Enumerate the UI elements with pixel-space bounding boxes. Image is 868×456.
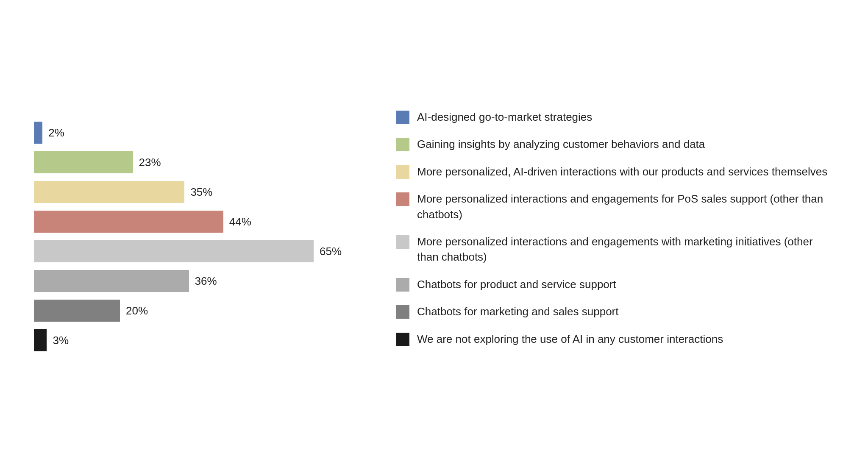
legend-item-ai-go-to-market: AI-designed go-to-market strategies (396, 109, 834, 125)
bar-label-personalized-pos: 44% (229, 215, 255, 228)
bar-label-personalized-marketing: 65% (320, 245, 345, 258)
legend-text-ai-go-to-market: AI-designed go-to-market strategies (417, 109, 592, 125)
bar-label-chatbots-product: 36% (195, 275, 220, 288)
legend-swatch-gaining-insights (396, 138, 409, 151)
bar-row-personalized-pos: 44% (34, 211, 345, 233)
bar-personalized-marketing (34, 240, 314, 262)
legend-swatch-not-exploring (396, 333, 409, 346)
bar-row-personalized-products: 35% (34, 181, 345, 203)
bar-label-chatbots-marketing: 20% (126, 304, 151, 317)
legend-text-gaining-insights: Gaining insights by analyzing customer b… (417, 136, 705, 152)
legend-text-not-exploring: We are not exploring the use of AI in an… (417, 331, 723, 347)
bar-label-not-exploring: 3% (53, 334, 78, 347)
legend-text-chatbots-product: Chatbots for product and service support (417, 277, 616, 292)
legend-swatch-chatbots-marketing (396, 305, 409, 319)
bar-gaining-insights (34, 151, 133, 173)
legend-text-chatbots-marketing: Chatbots for marketing and sales support (417, 304, 618, 319)
bar-label-ai-go-to-market: 2% (48, 126, 74, 139)
bar-chatbots-marketing (34, 300, 120, 322)
legend-swatch-personalized-marketing (396, 235, 409, 249)
legend-item-chatbots-marketing: Chatbots for marketing and sales support (396, 304, 834, 319)
bar-row-not-exploring: 3% (34, 329, 345, 351)
legend-swatch-personalized-pos (396, 192, 409, 206)
legend-section: AI-designed go-to-market strategiesGaini… (379, 109, 834, 347)
bar-row-gaining-insights: 23% (34, 151, 345, 173)
chart-container: 2%23%35%44%65%36%20%3% AI-designed go-to… (0, 0, 868, 456)
legend-text-personalized-products: More personalized, AI-driven interaction… (417, 164, 827, 179)
legend-text-personalized-marketing: More personalized interactions and engag… (417, 234, 834, 265)
legend-item-gaining-insights: Gaining insights by analyzing customer b… (396, 136, 834, 152)
bar-row-chatbots-marketing: 20% (34, 300, 345, 322)
legend-item-personalized-products: More personalized, AI-driven interaction… (396, 164, 834, 179)
bars-section: 2%23%35%44%65%36%20%3% (34, 105, 345, 351)
legend-item-chatbots-product: Chatbots for product and service support (396, 277, 834, 292)
bar-personalized-products (34, 181, 184, 203)
legend-swatch-chatbots-product (396, 278, 409, 292)
legend-swatch-personalized-products (396, 165, 409, 179)
legend-item-not-exploring: We are not exploring the use of AI in an… (396, 331, 834, 347)
bar-not-exploring (34, 329, 47, 351)
legend-swatch-ai-go-to-market (396, 111, 409, 124)
legend-text-personalized-pos: More personalized interactions and engag… (417, 191, 834, 222)
bar-ai-go-to-market (34, 122, 42, 144)
bar-label-personalized-products: 35% (190, 186, 216, 199)
bar-row-chatbots-product: 36% (34, 270, 345, 292)
bar-row-personalized-marketing: 65% (34, 240, 345, 262)
legend-item-personalized-marketing: More personalized interactions and engag… (396, 234, 834, 265)
bar-personalized-pos (34, 211, 223, 233)
bar-chatbots-product (34, 270, 189, 292)
legend-item-personalized-pos: More personalized interactions and engag… (396, 191, 834, 222)
bar-row-ai-go-to-market: 2% (34, 122, 345, 144)
bar-label-gaining-insights: 23% (139, 156, 164, 169)
